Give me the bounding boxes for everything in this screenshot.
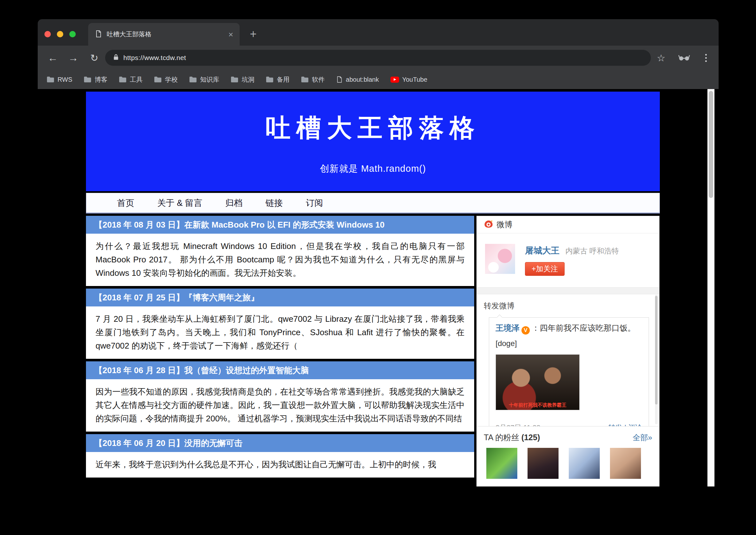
weibo-widget-header: 微博: [477, 216, 659, 233]
nav-item-subscribe[interactable]: 订阅: [306, 197, 323, 209]
page-scrollbar[interactable]: [708, 89, 714, 487]
post-item: 【2018 年 08 月 03 日】在新款 MacBook Pro 以 EFI …: [86, 216, 474, 286]
weibo-logo-icon: [484, 220, 493, 230]
bookmark-about-blank[interactable]: about:blank: [336, 76, 378, 83]
post-item: 【2018 年 06 月 28 日】我（曾经）设想过的外置智能大脑 因为一些我不…: [86, 361, 474, 432]
close-window-button[interactable]: [45, 31, 51, 37]
post-title[interactable]: 【2018 年 08 月 03 日】在新款 MacBook Pro 以 EFI …: [86, 216, 474, 234]
site-title[interactable]: 吐槽大王部落格: [86, 111, 660, 145]
menu-icon[interactable]: [698, 46, 714, 70]
fans-count: (125): [522, 433, 540, 442]
weibo-profile-location: 内蒙古 呼和浩特: [565, 247, 619, 255]
fans-all-link[interactable]: 全部»: [633, 433, 652, 443]
nav-item-about[interactable]: 关于 & 留言: [157, 197, 202, 209]
weibo-post-emoji: [doge]: [496, 339, 642, 348]
post-list: 【2018 年 08 月 03 日】在新款 MacBook Pro 以 EFI …: [86, 216, 474, 480]
bookmark-folder-pit[interactable]: 坑洞: [231, 75, 254, 84]
browser-window: 吐槽大王部落格 × + ← → ↻ ☆ https://www.tcdw.net: [38, 19, 719, 487]
weibo-post-card: 王境泽V：四年前我不应该吃那口饭。 [doge] 十年前打死我不该教养霸王 3月…: [489, 317, 649, 430]
weibo-image-caption: 十年前打死我不该教养霸王: [496, 402, 579, 408]
post-item: 【2018 年 07 月 25 日】『博客六周年之旅』 7 月 20 日，我乘坐…: [86, 289, 474, 359]
site-tagline: 创新就是 Math.random(): [86, 162, 660, 175]
reload-icon[interactable]: ↻: [86, 46, 102, 70]
post-item: 【2018 年 06 月 20 日】没用的无懈可击 近年来，我终于意识到为什么我…: [86, 434, 474, 478]
weibo-widget: 微博 屠城大王 内蒙古 呼和浩特 +加关注 转发微博 王境泽V：四年前我不应该吃…: [476, 216, 659, 487]
weibo-scrollbar-thumb[interactable]: [655, 296, 658, 405]
youtube-icon: [390, 77, 399, 83]
weibo-follow-button[interactable]: +加关注: [525, 262, 564, 276]
fan-avatar[interactable]: [569, 448, 600, 479]
bookmark-folder-rws[interactable]: RWS: [46, 76, 72, 83]
post-body: 为什么？最近我想玩 Minecraft Windows 10 Edition，但…: [86, 234, 474, 286]
bookmarks-bar: RWS 博客 工具 学校 知识库 坑洞: [38, 70, 719, 89]
tab-strip: 吐槽大王部落格 × +: [38, 19, 719, 46]
tab-title: 吐槽大王部落格: [107, 30, 224, 39]
weibo-separator: [477, 287, 659, 294]
weibo-repost-label: 转发微博: [477, 294, 659, 317]
bookmark-folder-knowledge[interactable]: 知识库: [189, 75, 219, 84]
fans-title: TA 的粉丝 (125): [484, 432, 540, 443]
bookmark-folder-software[interactable]: 软件: [301, 75, 325, 84]
post-title[interactable]: 【2018 年 06 月 20 日】没用的无懈可击: [86, 434, 474, 452]
fan-avatar[interactable]: [528, 448, 559, 479]
lock-icon: [113, 53, 119, 62]
nav-item-archive[interactable]: 归档: [225, 197, 243, 209]
verified-v-icon: V: [522, 326, 530, 334]
forward-icon[interactable]: →: [65, 46, 81, 70]
page-viewport: 吐槽大王部落格 创新就是 Math.random() 首页 关于 & 留言 归档…: [38, 89, 719, 487]
bookmark-folder-backup[interactable]: 备用: [266, 75, 289, 84]
zoom-window-button[interactable]: [69, 31, 76, 37]
post-body: 7 月 20 日，我乘坐动车从上海虹桥到了厦门北。qwe7002 与 Libra…: [86, 306, 474, 359]
minimize-window-button[interactable]: [57, 31, 63, 37]
bookmark-youtube[interactable]: YouTube: [390, 76, 428, 83]
extension-glasses-icon[interactable]: [676, 46, 692, 70]
nav-item-home[interactable]: 首页: [117, 197, 134, 209]
tab-close-icon[interactable]: ×: [228, 30, 233, 39]
fan-avatar[interactable]: [610, 448, 641, 479]
weibo-fans-panel: TA 的粉丝 (125) 全部»: [477, 426, 659, 487]
bookmark-folder-tools[interactable]: 工具: [119, 75, 142, 84]
browser-tab[interactable]: 吐槽大王部落格 ×: [88, 23, 240, 46]
page-scrollbar-thumb[interactable]: [709, 91, 713, 198]
weibo-post-image[interactable]: 十年前打死我不该教养霸王: [496, 354, 580, 410]
post-body: 近年来，我终于意识到为什么我总是不开心，因为我试图让自己无懈可击。上初中的时候，…: [86, 452, 474, 478]
post-title[interactable]: 【2018 年 07 月 25 日】『博客六周年之旅』: [86, 289, 474, 306]
page-favicon-icon: [95, 30, 102, 39]
address-bar[interactable]: https://www.tcdw.net: [105, 50, 651, 66]
nav-item-links[interactable]: 链接: [265, 197, 283, 209]
weibo-widget-title: 微博: [497, 219, 513, 230]
new-tab-button[interactable]: +: [250, 27, 257, 41]
post-body: 因为一些我不知道的原因，我感觉我情商是负的，在社交等场合常常遇到挫折。我感觉我的…: [86, 379, 474, 432]
weibo-profile-avatar[interactable]: [485, 244, 515, 274]
weibo-profile: 屠城大王 内蒙古 呼和浩特 +加关注: [477, 233, 659, 287]
weibo-post-text: ：四年前我不应该吃那口饭。: [532, 324, 636, 332]
weibo-post-author[interactable]: 王境泽: [496, 324, 520, 332]
post-title[interactable]: 【2018 年 06 月 28 日】我（曾经）设想过的外置智能大脑: [86, 361, 474, 379]
desktop: 吐槽大王部落格 × + ← → ↻ ☆ https://www.tcdw.net: [0, 0, 756, 535]
bookmark-folder-blog[interactable]: 博客: [84, 75, 107, 84]
url-text: https://www.tcdw.net: [123, 54, 186, 62]
fans-avatar-row: [477, 443, 659, 479]
site-header: 吐槽大王部落格 创新就是 Math.random(): [86, 92, 660, 191]
weibo-scrollbar[interactable]: [655, 295, 658, 424]
fan-avatar[interactable]: [486, 448, 517, 479]
site-nav: 首页 关于 & 留言 归档 链接 订阅: [86, 193, 660, 213]
window-controls: [45, 31, 76, 37]
bookmark-star-icon[interactable]: ☆: [653, 46, 669, 70]
weibo-profile-name[interactable]: 屠城大王: [525, 246, 559, 255]
bookmark-folder-school[interactable]: 学校: [154, 75, 178, 84]
back-icon[interactable]: ←: [45, 46, 61, 70]
